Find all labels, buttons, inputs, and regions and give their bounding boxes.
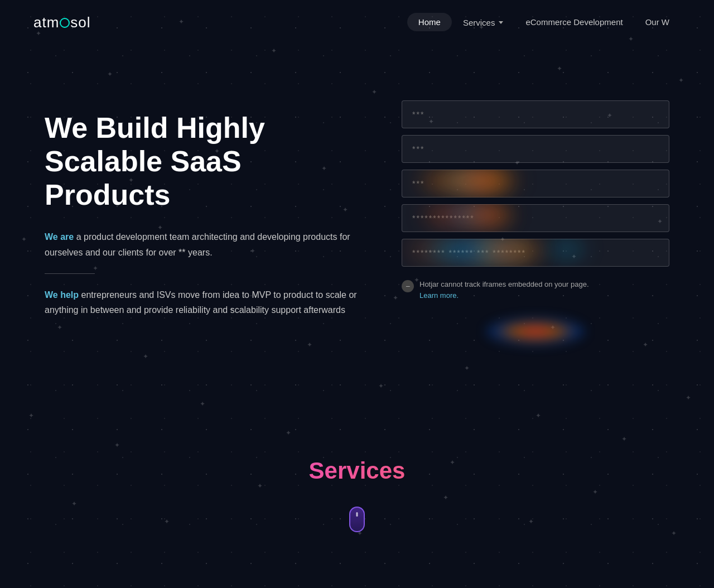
hero-section: We Build Highly Scalable SaaS Products W… <box>0 45 714 435</box>
nav-link-ourw[interactable]: Our W <box>634 13 681 31</box>
mouse-icon <box>0 507 714 532</box>
form-input-3[interactable] <box>402 170 669 197</box>
hero-desc-1: We are a product development team archit… <box>45 229 357 259</box>
nav-item-home[interactable]: Home <box>407 17 452 27</box>
form-input-1[interactable] <box>402 100 669 128</box>
we-are-label: We are <box>45 232 74 242</box>
form-input-2[interactable] <box>402 135 669 163</box>
form-field-2 <box>402 135 669 163</box>
form-field-5 <box>402 239 669 267</box>
logo[interactable]: atmsol <box>33 14 91 31</box>
nav-item-services[interactable]: Services <box>452 13 515 32</box>
heatmap-bottom <box>402 317 669 345</box>
hero-desc-2: We help entrepreneurs and ISVs move from… <box>45 287 357 317</box>
heatmap-submit-blob <box>485 317 586 345</box>
chevron-down-icon <box>499 21 503 24</box>
nav-link-ecommerce[interactable]: eCommerce Development <box>514 13 634 31</box>
nav-link-home[interactable]: Home <box>407 13 452 31</box>
logo-o-icon <box>60 18 70 28</box>
form-input-5[interactable] <box>402 239 669 267</box>
hotjar-icon <box>402 280 414 292</box>
hero-text: We Build Highly Scalable SaaS Products W… <box>45 89 357 323</box>
hotjar-notice: Hotjar cannot track iframes embedded on … <box>402 273 669 306</box>
nav-item-ourw[interactable]: Our W <box>634 17 681 27</box>
form-field-1 <box>402 100 669 128</box>
contact-form: Hotjar cannot track iframes embedded on … <box>402 89 669 345</box>
divider <box>45 273 95 274</box>
we-help-label: We help <box>45 290 79 300</box>
nav-link-services[interactable]: Services <box>452 13 515 32</box>
form-field-4 <box>402 204 669 232</box>
hero-title: We Build Highly Scalable SaaS Products <box>45 112 357 211</box>
form-field-3 <box>402 170 669 197</box>
mouse-shape <box>349 507 365 532</box>
nav-links: Home Services eCommerce Development Our … <box>407 13 681 32</box>
form-input-4[interactable] <box>402 204 669 232</box>
services-section: Services <box>0 435 714 566</box>
hotjar-learn-more-link[interactable]: Learn more. <box>419 291 459 300</box>
nav-item-ecommerce[interactable]: eCommerce Development <box>514 17 634 27</box>
services-title: Services <box>0 457 714 484</box>
hotjar-text: Hotjar cannot track iframes embedded on … <box>419 279 589 301</box>
navbar: atmsol Home Services eCommerce Developme… <box>0 0 714 45</box>
